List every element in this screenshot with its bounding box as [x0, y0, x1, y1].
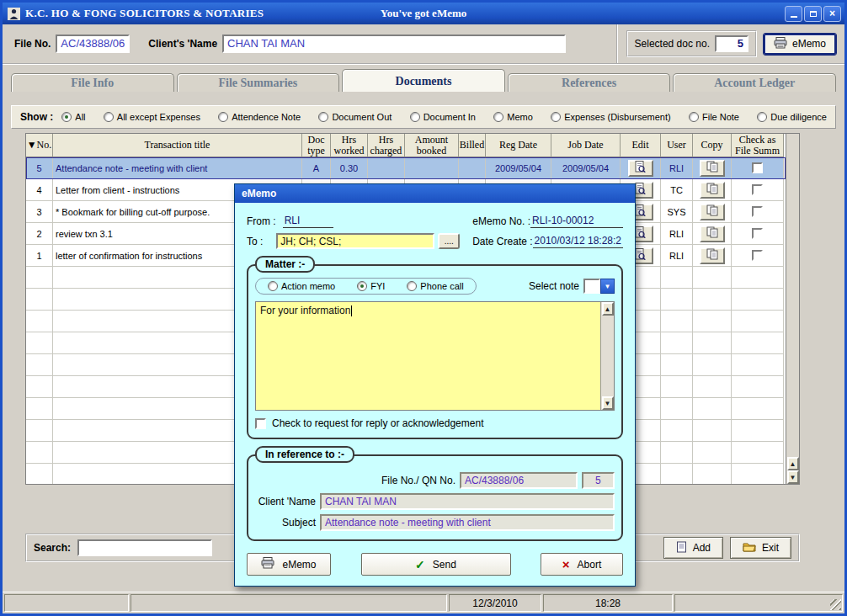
search-input[interactable]: [77, 539, 212, 556]
copy-icon: [706, 226, 718, 241]
cell-copy: [693, 157, 732, 179]
close-icon: ×: [829, 8, 835, 19]
column-header[interactable]: User: [661, 134, 693, 157]
select-note-label: Select note: [529, 280, 579, 292]
column-header[interactable]: Doc type: [302, 134, 331, 157]
file-summ-checkbox[interactable]: [752, 206, 763, 217]
abort-button[interactable]: × Abort: [541, 553, 623, 576]
copy-button[interactable]: [700, 204, 725, 220]
add-button-label: Add: [693, 542, 711, 554]
ememo-button-label: eMemo: [792, 38, 826, 50]
radio-icon: [551, 112, 561, 122]
tab[interactable]: References: [508, 73, 671, 92]
show-filter-option[interactable]: All: [61, 112, 85, 122]
resize-grip[interactable]: [830, 599, 841, 610]
column-header[interactable]: Copy: [693, 134, 732, 157]
ememo-no-field: RLI-10-00012: [530, 215, 623, 228]
matter-option[interactable]: Action memo: [268, 281, 335, 291]
exit-button[interactable]: Exit: [730, 537, 791, 559]
column-header[interactable]: Hrs worked: [331, 134, 368, 157]
to-browse-button[interactable]: ....: [438, 233, 460, 249]
copy-icon: [706, 183, 718, 197]
show-filter-option[interactable]: All except Expenses: [104, 112, 200, 122]
app-icon: [6, 6, 21, 21]
radio-icon: [318, 112, 328, 122]
ack-row: Check to request for reply or acknowledg…: [255, 417, 615, 429]
show-filter-option[interactable]: Document In: [410, 112, 476, 122]
column-header[interactable]: Job Date: [551, 134, 621, 157]
edit-preview-button[interactable]: [628, 160, 653, 177]
radio-label: Expenses (Disbursement): [564, 112, 671, 122]
select-note-combo[interactable]: ▼: [583, 279, 615, 294]
memo-textarea[interactable]: For your information: [256, 302, 600, 410]
add-button[interactable]: Add: [663, 537, 723, 559]
show-filter-option[interactable]: File Note: [689, 112, 739, 122]
show-filter-option[interactable]: Attendence Note: [218, 112, 301, 122]
column-header[interactable]: Hrs charged: [368, 134, 405, 157]
close-button[interactable]: ×: [823, 6, 841, 22]
copy-button[interactable]: [700, 182, 725, 199]
to-label: To :: [247, 236, 263, 247]
minimize-icon: [791, 16, 797, 18]
table-row[interactable]: 5 Attendance note - meeting with client …: [26, 157, 786, 179]
matter-options-row: Action memo FYI Phone call: [255, 278, 615, 295]
printer-icon: [261, 557, 274, 571]
ememo-toolbar-button[interactable]: eMemo: [764, 34, 836, 55]
tab-label: File Summaries: [219, 77, 298, 89]
dialog-titlebar[interactable]: eMemo: [235, 184, 635, 203]
column-header[interactable]: Edit: [621, 134, 661, 157]
titlebar[interactable]: K.C. HO & FONG SOLICITORS & NOTARIES You…: [3, 3, 844, 24]
show-filter-option[interactable]: Due diligence: [757, 112, 827, 122]
tab[interactable]: Documents: [342, 69, 505, 92]
file-summ-checkbox[interactable]: [752, 162, 763, 173]
to-row: To : .... Date Create : 2010/03/12 18:28…: [247, 233, 623, 249]
memo-scroll-up-button[interactable]: ▲: [602, 302, 614, 316]
copy-button[interactable]: [700, 247, 725, 264]
column-header[interactable]: Billed: [459, 134, 486, 157]
client-name-field[interactable]: CHAN TAI MAN: [222, 35, 566, 53]
restore-button[interactable]: [804, 6, 822, 22]
tab[interactable]: File Info: [11, 73, 174, 92]
column-header[interactable]: Transaction title: [53, 134, 302, 157]
reference-group: In reference to :- File No./ QN No. AC/4…: [247, 454, 623, 541]
column-header[interactable]: Check as File Summ: [732, 134, 784, 157]
selected-doc-field[interactable]: 5: [715, 35, 748, 52]
to-input[interactable]: [276, 233, 434, 249]
file-no-field[interactable]: AC/43888/06: [56, 35, 130, 53]
memo-scrollbar[interactable]: ▲ ▼: [600, 302, 614, 410]
cell-user: RLI: [661, 245, 693, 267]
scroll-up-button[interactable]: ▲: [787, 457, 799, 470]
copy-button[interactable]: [700, 226, 725, 242]
file-summ-checkbox[interactable]: [752, 250, 763, 261]
scroll-down-button[interactable]: ▼: [787, 470, 799, 484]
ref-file-no-label: File No./ QN No.: [255, 475, 455, 486]
ack-checkbox[interactable]: [255, 418, 266, 429]
print-preview-icon: [635, 161, 646, 175]
matter-option[interactable]: FYI: [357, 281, 385, 291]
show-filter-option[interactable]: Document Out: [318, 112, 392, 122]
column-header[interactable]: ▼No.: [26, 134, 53, 157]
copy-button[interactable]: [700, 160, 725, 177]
from-field[interactable]: RLI: [283, 215, 333, 228]
status-panel: [674, 594, 843, 612]
matter-option[interactable]: Phone call: [407, 281, 463, 291]
file-summ-checkbox[interactable]: [752, 228, 763, 239]
from-label: From :: [247, 215, 276, 227]
table-scrollbar[interactable]: ▲ ▼: [786, 133, 800, 485]
combo-dropdown-button[interactable]: ▼: [600, 279, 615, 294]
memo-scroll-down-button[interactable]: ▼: [602, 396, 614, 410]
printer-icon: [774, 37, 787, 51]
show-filter-option[interactable]: Memo: [493, 112, 533, 122]
tab-label: Account Ledger: [714, 77, 795, 89]
tab[interactable]: Account Ledger: [673, 73, 836, 92]
column-header[interactable]: Reg Date: [486, 134, 551, 157]
ref-subject-label: Subject: [255, 517, 316, 528]
tab[interactable]: File Summaries: [177, 73, 340, 92]
minimize-button[interactable]: [785, 6, 802, 22]
file-summ-checkbox[interactable]: [752, 184, 763, 195]
tab-label: References: [562, 77, 616, 89]
dialog-ememo-button[interactable]: eMemo: [247, 553, 331, 576]
column-header[interactable]: Amount booked: [405, 134, 459, 157]
show-filter-option[interactable]: Expenses (Disbursement): [551, 112, 671, 122]
send-button[interactable]: ✓ Send: [361, 553, 511, 576]
